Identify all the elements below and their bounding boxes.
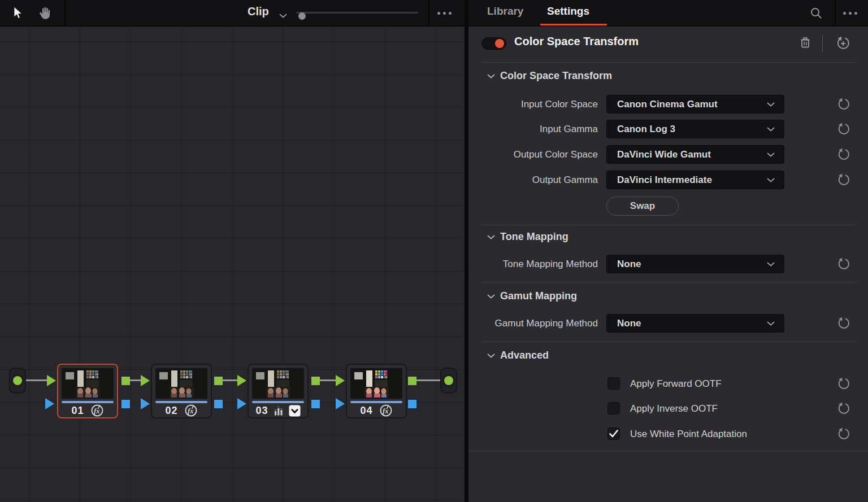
rgb-source-port[interactable] xyxy=(13,376,22,385)
panel-divider xyxy=(465,0,468,502)
cache-indicator-bar xyxy=(350,401,402,403)
toolbar-bottom-border xyxy=(0,25,868,27)
key-input-port[interactable] xyxy=(141,398,150,409)
levels-badge-icon xyxy=(273,405,284,416)
key-input-port[interactable] xyxy=(237,398,246,409)
node-number-label: 02 xyxy=(165,405,177,417)
apply-forward-ootf-checkbox[interactable] xyxy=(607,377,620,390)
checkbox-label: Apply Inverse OOTF xyxy=(630,402,718,415)
chevron-down-icon xyxy=(487,235,495,239)
section-header-gamut-mapping[interactable]: Gamut Mapping xyxy=(487,290,577,302)
settings-panel: Color Space Transform Color Space Transf… xyxy=(468,26,868,502)
rgb-output-terminal-port[interactable] xyxy=(444,376,453,385)
setting-label: Output Color Space xyxy=(468,145,598,164)
node-number-label: 03 xyxy=(255,405,268,417)
node-thumbnail xyxy=(350,368,402,399)
graph-options-ellipsis-icon[interactable] xyxy=(437,12,452,15)
key-output-port[interactable] xyxy=(121,400,130,408)
slider-handle[interactable] xyxy=(298,12,306,20)
key-output-port[interactable] xyxy=(311,400,320,408)
reset-icon[interactable] xyxy=(837,402,850,414)
cursor-tool-button[interactable] xyxy=(8,4,27,22)
reset-all-icon[interactable] xyxy=(836,36,850,50)
checkmark-icon xyxy=(608,428,619,439)
rgb-output-port[interactable] xyxy=(214,377,223,385)
input-color-space-dropdown[interactable]: Canon Cinema Gamut xyxy=(606,95,784,114)
section-header-advanced[interactable]: Advanced xyxy=(487,350,549,361)
cache-indicator-bar xyxy=(62,401,114,403)
node-thumbnail xyxy=(62,368,114,399)
rgb-output-port[interactable] xyxy=(311,377,320,385)
reset-icon[interactable] xyxy=(837,148,850,160)
setting-row-gamut-mapping-method: Gamut Mapping Method None xyxy=(468,314,868,333)
divider xyxy=(481,225,855,225)
output-color-space-dropdown[interactable]: DaVinci Wide Gamut xyxy=(606,145,784,164)
reset-icon[interactable] xyxy=(837,317,850,329)
toolbar-divider xyxy=(64,0,66,26)
key-input-port[interactable] xyxy=(336,398,345,409)
rgb-output-port[interactable] xyxy=(408,377,416,385)
reset-icon[interactable] xyxy=(837,123,850,135)
section-title: Tone Mapping xyxy=(500,231,568,243)
reset-icon[interactable] xyxy=(837,257,850,270)
pan-tool-button[interactable] xyxy=(35,4,54,22)
gamut-mapping-method-dropdown[interactable]: None xyxy=(606,314,784,333)
node-01[interactable]: 01 xyxy=(57,364,118,418)
check-row-use-white-point-adaptation: Use White Point Adaptation xyxy=(468,427,868,441)
chevron-down-icon xyxy=(767,102,775,107)
tab-library[interactable]: Library xyxy=(487,5,523,18)
key-output-port[interactable] xyxy=(214,400,223,408)
toolbar-divider xyxy=(428,0,429,26)
input-gamma-dropdown[interactable]: Canon Log 3 xyxy=(606,120,784,138)
fx-badge-icon xyxy=(379,404,393,417)
node-02[interactable]: 02 xyxy=(151,364,212,418)
panel-options-ellipsis-icon[interactable] xyxy=(843,12,857,15)
top-toolbar: Clip Library Settings xyxy=(0,0,868,26)
divider xyxy=(468,451,868,451)
reset-icon[interactable] xyxy=(837,173,850,186)
section-header-tone-mapping[interactable]: Tone Mapping xyxy=(487,231,568,243)
use-white-point-adaptation-checkbox[interactable] xyxy=(607,427,620,440)
setting-label: Gamut Mapping Method xyxy=(468,314,598,333)
rgb-input-port[interactable] xyxy=(141,375,150,386)
section-header-color-space-transform[interactable]: Color Space Transform xyxy=(487,70,612,82)
hand-tool-icon xyxy=(37,6,52,20)
node-04[interactable]: 04 xyxy=(346,364,407,418)
effect-enable-toggle[interactable] xyxy=(481,37,506,50)
node-number-label: 01 xyxy=(71,405,84,417)
swap-button[interactable]: Swap xyxy=(606,197,679,216)
node-level-selector[interactable]: Clip xyxy=(248,5,269,18)
reset-icon[interactable] xyxy=(837,377,850,390)
chevron-down-icon[interactable] xyxy=(279,10,287,20)
search-icon[interactable] xyxy=(809,6,823,20)
tab-settings[interactable]: Settings xyxy=(547,5,589,18)
reset-icon[interactable] xyxy=(837,427,850,440)
app-window: 01 02 03 04 xyxy=(0,0,868,502)
node-03[interactable]: 03 xyxy=(248,364,309,418)
trash-icon[interactable] xyxy=(799,36,811,49)
graph-zoom-slider[interactable] xyxy=(296,8,418,18)
checkbox-label: Apply Forward OOTF xyxy=(630,377,722,390)
chevron-down-icon xyxy=(487,353,495,358)
key-input-port[interactable] xyxy=(45,398,54,409)
tone-mapping-method-dropdown[interactable]: None xyxy=(606,255,784,273)
reset-icon[interactable] xyxy=(837,98,850,110)
rgb-input-port[interactable] xyxy=(47,375,56,386)
key-output-port[interactable] xyxy=(408,400,416,408)
rgb-input-port[interactable] xyxy=(336,375,345,386)
checked-box-badge-icon xyxy=(289,405,301,417)
setting-row-output-gamma: Output Gamma DaVinci Intermediate xyxy=(468,171,868,189)
toolbar-divider xyxy=(835,0,836,26)
apply-inverse-ootf-checkbox[interactable] xyxy=(607,402,620,414)
node-graph-canvas[interactable]: 01 02 03 04 xyxy=(0,26,465,502)
dropdown-value: None xyxy=(617,318,641,329)
source-node[interactable] xyxy=(9,368,26,394)
rgb-output-port[interactable] xyxy=(121,377,130,385)
output-node[interactable] xyxy=(440,368,457,394)
output-gamma-dropdown[interactable]: DaVinci Intermediate xyxy=(606,171,784,189)
setting-row-input-color-space: Input Color Space Canon Cinema Gamut xyxy=(468,95,868,114)
rgb-input-port[interactable] xyxy=(237,375,246,386)
dropdown-value: Canon Log 3 xyxy=(617,124,675,135)
chevron-down-icon xyxy=(767,321,775,326)
section-title: Advanced xyxy=(500,350,549,361)
